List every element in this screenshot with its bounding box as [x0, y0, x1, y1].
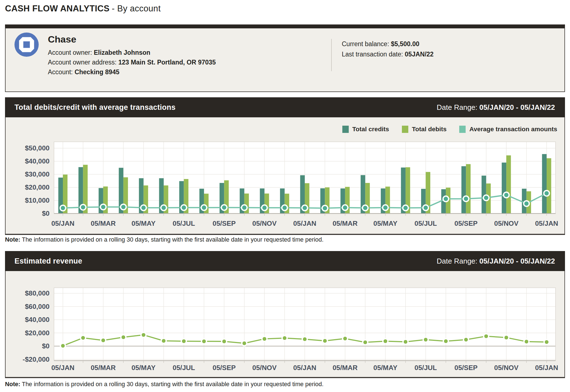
debits-credits-panel: Total debits/credit with average transac… [5, 97, 565, 235]
svg-text:$20,000: $20,000 [25, 329, 50, 337]
current-balance-label: Current balance: [342, 40, 391, 48]
account-address-row: Account owner address: 123 Main St. Port… [48, 58, 216, 67]
date-range-label: Date Range: [437, 103, 479, 111]
card-divider [331, 39, 332, 71]
svg-text:05/JAN: 05/JAN [293, 364, 316, 371]
current-balance-row: Current balance: $5,500.00 [342, 39, 434, 49]
account-number-value: Checking 8945 [75, 68, 119, 76]
legend-label: Total credits [352, 126, 389, 133]
svg-text:05/NOV: 05/NOV [252, 220, 277, 227]
svg-text:$80,000: $80,000 [25, 289, 50, 297]
svg-text:$0: $0 [42, 210, 50, 217]
legend-label: Average transaction amounts [469, 126, 557, 133]
account-number-label: Account: [48, 68, 75, 76]
svg-text:05/JUL: 05/JUL [414, 220, 437, 227]
svg-text:05/MAY: 05/MAY [374, 364, 397, 371]
estimated-revenue-chart: -$20,000$0$20,000$40,000$60,000$80,00005… [6, 271, 565, 376]
legend-swatch-icon [342, 126, 349, 133]
svg-text:05/NOV: 05/NOV [252, 364, 277, 371]
debits-credits-chart: $0$10,000$20,000$30,000$40,000$50,00005/… [6, 117, 565, 233]
debits-credits-panel-body: Total creditsTotal debitsAverage transac… [5, 117, 565, 235]
legend-item-average-transaction-amounts: Average transaction amounts [459, 126, 557, 133]
legend-swatch-icon [459, 126, 466, 133]
current-balance-value: $5,500.00 [391, 40, 419, 48]
last-transaction-label: Last transaction date: [342, 51, 405, 58]
svg-text:05/MAR: 05/MAR [333, 364, 358, 371]
estimated-revenue-panel-title: Estimated revenue [14, 257, 82, 266]
svg-text:05/SEP: 05/SEP [213, 220, 236, 227]
page-title-sub: - By account [112, 4, 161, 13]
svg-text:$50,000: $50,000 [25, 144, 50, 152]
rolling-note-2: Note: The information is provided on a r… [5, 381, 559, 388]
estimated-revenue-panel-header: Estimated revenue Date Range: 05/JAN/20 … [5, 251, 565, 271]
date-range-label: Date Range: [437, 257, 479, 265]
svg-text:05/MAR: 05/MAR [333, 220, 358, 227]
account-owner-label: Account owner: [48, 49, 94, 56]
balance-details: Current balance: $5,500.00 Last transact… [342, 39, 434, 59]
account-card: Chase Account owner: Elizabeth Johnson A… [5, 24, 565, 92]
svg-text:05/JAN: 05/JAN [535, 364, 558, 371]
svg-text:05/MAY: 05/MAY [374, 220, 397, 227]
svg-text:05/JAN: 05/JAN [535, 220, 558, 227]
svg-text:05/MAR: 05/MAR [91, 220, 116, 227]
chase-logo-icon [14, 33, 39, 57]
chart-legend: Total creditsTotal debitsAverage transac… [342, 126, 557, 133]
debits-credits-date-range: Date Range: 05/JAN/20 - 05/JAN/22 [437, 103, 555, 112]
legend-item-total-credits: Total credits [342, 126, 389, 133]
svg-text:$20,000: $20,000 [25, 183, 50, 191]
svg-text:$30,000: $30,000 [25, 170, 50, 178]
legend-item-total-debits: Total debits [402, 126, 447, 133]
svg-text:05/SEP: 05/SEP [454, 364, 478, 371]
debits-credits-panel-title: Total debits/credit with average transac… [14, 103, 176, 112]
estimated-revenue-panel-body: -$20,000$0$20,000$40,000$60,000$80,00005… [5, 271, 565, 378]
date-range-value: 05/JAN/20 - 05/JAN/22 [479, 257, 555, 265]
svg-text:$40,000: $40,000 [25, 157, 50, 165]
svg-text:05/MAY: 05/MAY [132, 364, 156, 371]
account-details: Account owner: Elizabeth Johnson Account… [48, 48, 216, 77]
last-transaction-value: 05JAN/22 [405, 51, 434, 58]
page-title-main: CASH FLOW ANALYTICS [5, 4, 109, 13]
svg-text:05/MAY: 05/MAY [132, 220, 156, 227]
debits-credits-panel-header: Total debits/credit with average transac… [5, 97, 565, 117]
svg-text:05/MAR: 05/MAR [91, 364, 116, 371]
svg-text:$10,000: $10,000 [25, 197, 50, 204]
account-address-value: 123 Main St. Portland, OR 97035 [118, 59, 216, 66]
account-number-row: Account: Checking 8945 [48, 67, 216, 77]
date-range-value: 05/JAN/20 - 05/JAN/22 [479, 103, 555, 111]
svg-text:05/NOV: 05/NOV [494, 220, 519, 227]
note-label: Note: [5, 381, 20, 388]
estimated-revenue-panel: Estimated revenue Date Range: 05/JAN/20 … [5, 251, 565, 378]
note-text: The information is provided on a rolling… [20, 381, 324, 388]
svg-text:05/JUL: 05/JUL [173, 364, 195, 371]
svg-text:$40,000: $40,000 [25, 316, 50, 323]
account-address-label: Account owner address: [48, 59, 118, 66]
svg-text:05/JAN: 05/JAN [51, 364, 74, 371]
svg-text:$60,000: $60,000 [25, 303, 50, 310]
svg-text:05/SEP: 05/SEP [213, 364, 236, 371]
note-text: The information is provided on a rolling… [20, 236, 324, 243]
page-title: CASH FLOW ANALYTICS- By account [5, 4, 161, 14]
svg-text:05/JAN: 05/JAN [293, 220, 316, 227]
svg-text:05/SEP: 05/SEP [454, 220, 478, 227]
note-label: Note: [5, 236, 20, 243]
svg-text:-$20,000: -$20,000 [23, 356, 50, 363]
svg-text:$0: $0 [42, 342, 50, 350]
legend-label: Total debits [412, 126, 447, 133]
bank-name: Chase [48, 34, 76, 45]
rolling-note-1: Note: The information is provided on a r… [5, 236, 559, 243]
estimated-revenue-date-range: Date Range: 05/JAN/20 - 05/JAN/22 [437, 257, 555, 266]
svg-text:05/JUL: 05/JUL [414, 364, 437, 371]
svg-text:05/NOV: 05/NOV [494, 364, 519, 371]
account-owner-row: Account owner: Elizabeth Johnson [48, 48, 216, 58]
svg-text:05/JUL: 05/JUL [173, 220, 195, 227]
svg-text:05/JAN: 05/JAN [51, 220, 74, 227]
account-owner-value: Elizabeth Johnson [94, 49, 150, 56]
legend-swatch-icon [402, 126, 408, 133]
last-transaction-row: Last transaction date: 05JAN/22 [342, 49, 434, 59]
